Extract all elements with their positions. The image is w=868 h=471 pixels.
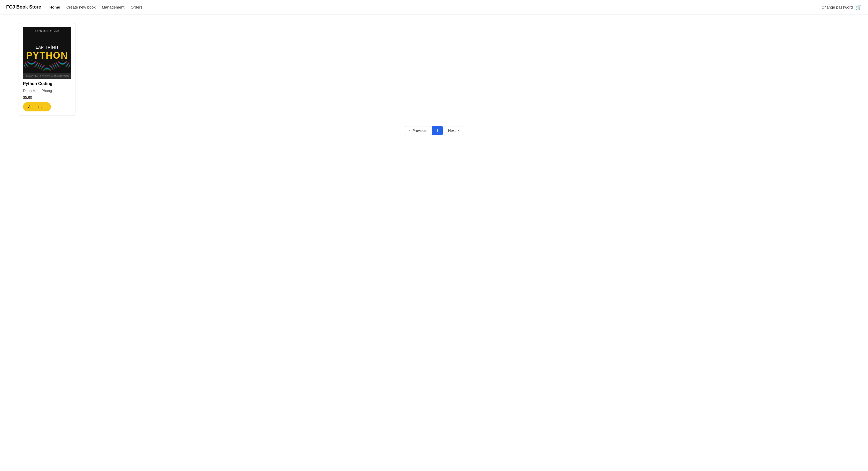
- book-cover-container: ĐOÀN MINH PHỤNG LẬP TRÌNH PYTHON NHÀ XUẤ…: [23, 27, 71, 79]
- previous-button[interactable]: < Previous: [405, 126, 431, 135]
- nav-orders[interactable]: Orders: [131, 4, 143, 10]
- nav-links: Home Create new book Management Orders: [49, 4, 822, 10]
- nav-management[interactable]: Management: [102, 4, 125, 10]
- nav-create-new-book[interactable]: Create new book: [66, 4, 96, 10]
- book-price: $5.60: [23, 95, 71, 99]
- cover-title-main: PYTHON: [26, 50, 68, 61]
- book-grid: ĐOÀN MINH PHỤNG LẬP TRÌNH PYTHON NHÀ XUẤ…: [6, 23, 75, 116]
- change-password-link[interactable]: Change password: [822, 5, 853, 9]
- brand-logo: FCJ Book Store: [6, 4, 41, 10]
- python-book-cover: ĐOÀN MINH PHỤNG LẬP TRÌNH PYTHON NHÀ XUẤ…: [23, 27, 71, 79]
- book-title: Python Coding: [23, 82, 71, 86]
- next-button[interactable]: Next >: [444, 126, 463, 135]
- book-card: ĐOÀN MINH PHỤNG LẬP TRÌNH PYTHON NHÀ XUẤ…: [19, 23, 75, 116]
- add-to-cart-button[interactable]: Add to cart: [23, 102, 51, 111]
- navbar-right: Change password 🛒: [822, 4, 862, 10]
- nav-home[interactable]: Home: [49, 4, 60, 10]
- cover-title-top: LẬP TRÌNH: [36, 45, 58, 50]
- book-author: Doan Minh Phung: [23, 89, 71, 93]
- publisher-text: NHÀ XUẤT BẢN THÔNG TIN VÀ TRUYỀN THÔNG: [25, 75, 69, 77]
- pagination: < Previous 1 Next >: [405, 126, 463, 135]
- navbar: FCJ Book Store Home Create new book Mana…: [0, 0, 868, 14]
- main-content: ĐOÀN MINH PHỤNG LẬP TRÌNH PYTHON NHÀ XUẤ…: [0, 14, 868, 143]
- publisher-bar: NHÀ XUẤT BẢN THÔNG TIN VÀ TRUYỀN THÔNG: [23, 73, 71, 79]
- pagination-container: < Previous 1 Next >: [6, 126, 862, 135]
- cart-icon[interactable]: 🛒: [855, 4, 862, 10]
- page-1-button[interactable]: 1: [432, 126, 443, 135]
- cover-author: ĐOÀN MINH PHỤNG: [35, 30, 59, 32]
